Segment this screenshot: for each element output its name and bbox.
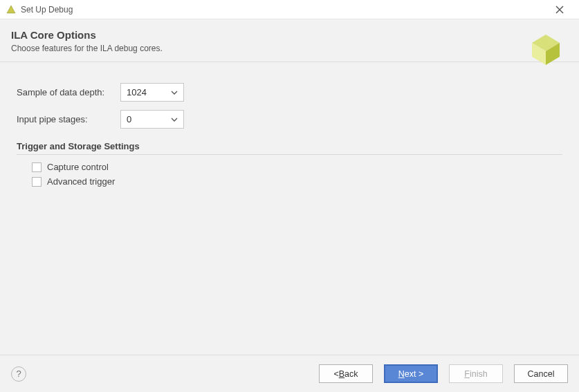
cancel-label: Cancel — [528, 369, 555, 379]
chevron-down-icon — [169, 115, 179, 124]
vendor-logo — [524, 26, 568, 71]
sample-depth-value: 1024 — [127, 87, 169, 97]
sample-depth-label: Sample of data depth: — [17, 87, 120, 97]
advanced-trigger-row: Advanced trigger — [32, 176, 562, 187]
capture-control-label: Capture control — [47, 162, 109, 172]
cancel-button[interactable]: Cancel — [514, 364, 568, 383]
section-divider — [17, 154, 562, 155]
pipe-stages-label: Input pipe stages: — [17, 114, 120, 124]
window-title: Set Up Debug — [21, 5, 73, 15]
header: ILA Core Options Choose features for the… — [0, 19, 579, 62]
chevron-down-icon — [169, 88, 179, 97]
back-prefix: < — [333, 369, 338, 379]
finish-mnemonic: F — [464, 369, 470, 379]
next-button[interactable]: Next > — [384, 364, 438, 383]
pipe-stages-value: 0 — [127, 114, 169, 124]
page-title: ILA Core Options — [11, 29, 568, 41]
close-icon — [555, 6, 564, 14]
app-icon — [6, 4, 17, 15]
help-button[interactable]: ? — [11, 366, 26, 382]
capture-control-row: Capture control — [32, 162, 562, 172]
finish-rest: inish — [470, 369, 488, 379]
sample-depth-row: Sample of data depth: 1024 — [17, 83, 562, 102]
finish-button[interactable]: Finish — [449, 364, 503, 383]
next-rest: ext > — [405, 369, 423, 379]
back-button[interactable]: < Back — [319, 364, 373, 383]
next-mnemonic: N — [398, 369, 405, 379]
page-description: Choose features for the ILA debug cores. — [11, 44, 568, 53]
trigger-storage-section: Trigger and Storage Settings Capture con… — [17, 141, 562, 187]
advanced-trigger-label: Advanced trigger — [47, 176, 115, 187]
pipe-stages-row: Input pipe stages: 0 — [17, 110, 562, 129]
sample-depth-select[interactable]: 1024 — [120, 83, 184, 102]
back-rest: ack — [344, 369, 358, 379]
body: Sample of data depth: 1024 Input pipe st… — [0, 62, 579, 355]
titlebar: Set Up Debug — [0, 0, 579, 19]
footer: ? < Back Next > Finish Cancel — [0, 355, 579, 392]
help-icon: ? — [16, 368, 21, 379]
close-button[interactable] — [546, 0, 573, 19]
dialog-window: Set Up Debug ILA Core Options Choose fea… — [0, 0, 579, 392]
trigger-section-title: Trigger and Storage Settings — [17, 141, 562, 151]
pipe-stages-select[interactable]: 0 — [120, 110, 184, 129]
advanced-trigger-checkbox[interactable] — [32, 177, 42, 187]
capture-control-checkbox[interactable] — [32, 162, 42, 172]
back-mnemonic: B — [339, 369, 344, 379]
